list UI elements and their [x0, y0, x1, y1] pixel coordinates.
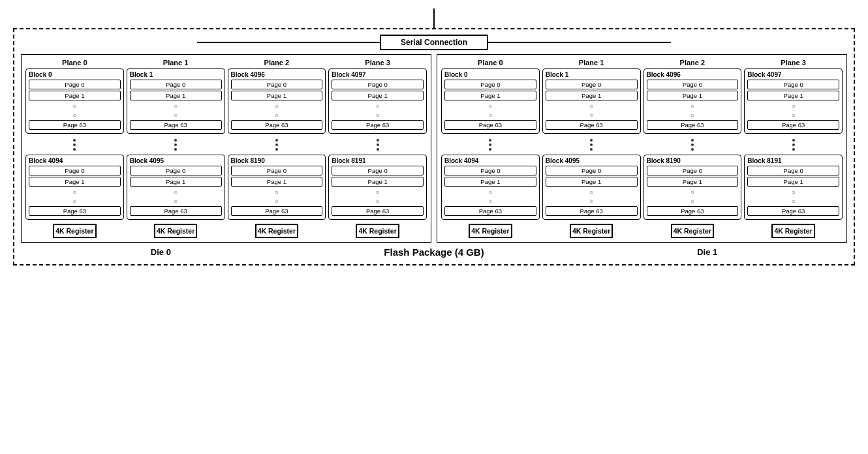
page-box: Page 0	[231, 166, 323, 175]
middle-dots	[377, 135, 379, 155]
die1-plane0-block0: Block 0 Page 0 Page 1 ○○ Page 63	[441, 68, 540, 134]
die1-plane0-register: 4K Register	[469, 224, 512, 238]
page-box: Page 1	[332, 91, 424, 100]
die0-plane3-block8191-label: Block 8191	[332, 157, 424, 164]
page-box: Page 1	[130, 91, 222, 100]
middle-dots	[73, 135, 76, 155]
dot	[590, 148, 593, 151]
die0-plane1-label: Plane 1	[163, 59, 189, 67]
die0-plane3-block4097: Block 4097 Page 0 Page 1 ○○ Page 63	[328, 68, 427, 134]
die1-plane1-label: Plane 1	[579, 59, 604, 67]
dot	[691, 148, 694, 151]
page-box: Page 1	[747, 177, 839, 187]
die0-box: Plane 0 Block 0 Page 0 Page 1 ○○ Page 63	[21, 54, 431, 243]
die0-plane0-label: Plane 0	[62, 59, 87, 67]
page-box: Page 1	[647, 177, 739, 187]
page-box: Page 63	[332, 120, 424, 130]
dot	[73, 148, 76, 151]
die1-label: Die 1	[697, 247, 717, 257]
page-box: Page 63	[29, 120, 121, 130]
dot	[792, 148, 795, 151]
dots: ○○	[29, 102, 121, 120]
die1-plane3-block4097-label: Block 4097	[747, 71, 839, 78]
page-box: Page 0	[647, 166, 739, 175]
die1-plane3-register: 4K Register	[771, 224, 814, 238]
dots: ○○	[231, 102, 323, 120]
page-box: Page 1	[29, 91, 121, 100]
page-box: Page 1	[546, 91, 638, 100]
dot	[174, 144, 177, 146]
die1-plane1-block4095: Block 4095 Page 0 Page 1 ○○ Page 63	[542, 155, 641, 220]
page-box: Page 63	[130, 206, 222, 216]
page-box: Page 0	[332, 166, 424, 175]
die0-plane1: Plane 1 Block 1 Page 0 Page 1 ○○ Page 63	[127, 59, 225, 238]
die1-plane0-label: Plane 0	[478, 59, 503, 67]
middle-dots	[792, 135, 795, 155]
page-box: Page 0	[130, 166, 222, 175]
page-box: Page 1	[546, 177, 638, 187]
dot	[489, 148, 491, 151]
dot	[377, 148, 379, 151]
page-box: Page 0	[29, 80, 121, 89]
dots: ○○	[444, 102, 536, 120]
die1-plane3-label: Plane 3	[781, 59, 806, 67]
die0-plane0-block4094: Block 4094 Page 0 Page 1 ○○ Page 63	[25, 155, 124, 220]
dot	[590, 139, 593, 142]
page-box: Page 1	[231, 177, 323, 187]
die1-box: Plane 0 Block 0 Page 0 Page 1 ○○ Page 63	[437, 54, 847, 243]
middle-dots	[691, 135, 694, 155]
page-box: Page 0	[546, 80, 638, 89]
die0-plane2-block4096: Block 4096 Page 0 Page 1 ○○ Page 63	[228, 68, 326, 134]
die0-plane2-block8190-label: Block 8190	[231, 157, 323, 164]
page-box: Page 1	[647, 91, 739, 100]
die0-plane0-register: 4K Register	[53, 224, 96, 238]
die1-plane0: Plane 0 Block 0 Page 0 Page 1 ○○ Page 63	[441, 59, 540, 238]
dot	[590, 144, 593, 146]
page-box: Page 63	[444, 206, 536, 216]
die1-plane1-block4095-label: Block 4095	[546, 157, 638, 164]
dies-container: Plane 0 Block 0 Page 0 Page 1 ○○ Page 63	[21, 54, 847, 243]
dot	[691, 144, 694, 146]
die1-plane3: Plane 3 Block 4097 Page 0 Page 1 ○○ Page…	[744, 59, 843, 238]
middle-dots	[590, 135, 593, 155]
dots: ○○	[546, 102, 638, 120]
die0-plane1-block1-label: Block 1	[130, 71, 222, 78]
die0-plane2-block4096-label: Block 4096	[231, 71, 323, 78]
middle-dots	[174, 135, 177, 155]
die0-plane2-block8190: Block 8190 Page 0 Page 1 ○○ Page 63	[228, 155, 326, 220]
page-box: Page 63	[332, 206, 424, 216]
die1-plane3-block4097: Block 4097 Page 0 Page 1 ○○ Page 63	[744, 68, 843, 134]
page-box: Page 63	[231, 206, 323, 216]
die0-plane1-block1: Block 1 Page 0 Page 1 ○○ Page 63	[127, 68, 225, 134]
serial-connector-line	[433, 8, 435, 28]
dots: ○○	[130, 102, 222, 120]
serial-line-right	[488, 42, 671, 43]
die0-plane3: Plane 3 Block 4097 Page 0 Page 1 ○○ Page…	[328, 59, 427, 238]
die0-plane0: Plane 0 Block 0 Page 0 Page 1 ○○ Page 63	[25, 59, 124, 238]
serial-connection-label: Serial Connection	[401, 38, 467, 47]
dot	[174, 139, 177, 142]
dots: ○○	[332, 102, 424, 120]
die1-plane1-register: 4K Register	[570, 224, 613, 238]
dots: ○○	[647, 102, 739, 120]
page-box: Page 1	[130, 177, 222, 187]
die1-plane2-register: 4K Register	[671, 224, 714, 238]
die1-plane2-block4096-label: Block 4096	[647, 71, 739, 78]
die0-planes-row: Plane 0 Block 0 Page 0 Page 1 ○○ Page 63	[25, 59, 427, 238]
die0-plane0-block4094-label: Block 4094	[29, 157, 121, 164]
die1-plane3-block8191-label: Block 8191	[747, 157, 839, 164]
die1-plane0-block0-label: Block 0	[444, 71, 536, 78]
middle-dots	[275, 135, 278, 155]
serial-connection-box: Serial Connection	[380, 35, 488, 50]
dot	[275, 148, 278, 151]
dot	[174, 148, 177, 151]
page-box: Page 1	[444, 91, 536, 100]
die0-plane3-block8191: Block 8191 Page 0 Page 1 ○○ Page 63	[328, 155, 427, 220]
die1-plane2-block8190: Block 8190 Page 0 Page 1 ○○ Page 63	[643, 155, 742, 220]
die1-plane0-block4094: Block 4094 Page 0 Page 1 ○○ Page 63	[441, 155, 540, 220]
die0-plane3-label: Plane 3	[365, 59, 390, 67]
die1-plane2: Plane 2 Block 4096 Page 0 Page 1 ○○ Page…	[643, 59, 742, 238]
page-box: Page 63	[747, 206, 839, 216]
dot	[275, 139, 278, 142]
page-box: Page 63	[647, 206, 739, 216]
